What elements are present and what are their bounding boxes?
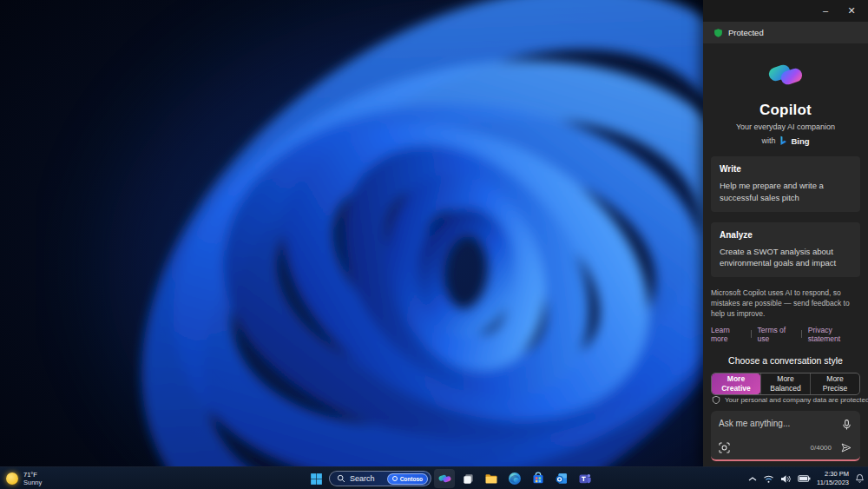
add-screenshot-icon[interactable] (719, 442, 730, 453)
style-more-precise-button[interactable]: More Precise (810, 373, 859, 395)
taskbar-center: Search Contoso (306, 467, 595, 489)
file-explorer-button[interactable] (481, 469, 502, 488)
tray-time: 2:30 PM (825, 470, 849, 479)
chat-composer[interactable]: 0/4000 (711, 411, 860, 461)
style-label-line1: More (777, 374, 793, 384)
privacy-statement-link[interactable]: Privacy statement (808, 326, 860, 343)
style-label-line2: Balanced (770, 384, 800, 393)
style-label-line1: More (826, 374, 843, 384)
microsoft-store-icon (531, 472, 545, 486)
taskbar-search-box[interactable]: Search Contoso (329, 471, 431, 486)
style-more-balanced-button[interactable]: More Balanced (760, 373, 810, 395)
file-explorer-icon (484, 472, 498, 486)
bing-icon (779, 135, 787, 146)
wifi-icon[interactable] (763, 474, 774, 484)
copilot-logo-icon (766, 56, 806, 94)
teams-button[interactable] (575, 469, 595, 488)
style-more-creative-button[interactable]: More Creative (712, 373, 760, 395)
battery-icon[interactable] (798, 474, 811, 483)
copilot-body: Copilot Your everyday AI companion with … (703, 43, 868, 466)
chat-input[interactable] (719, 419, 832, 428)
volume-icon[interactable] (780, 474, 792, 484)
taskbar: 71°F Sunny (0, 466, 868, 489)
legal-links-row: Learn more Terms of use Privacy statemen… (711, 326, 860, 343)
card-description: Create a SWOT analysis about environment… (720, 246, 852, 270)
weather-widget[interactable]: 71°F Sunny (6, 467, 42, 489)
search-company-badge[interactable]: Contoso (387, 473, 428, 485)
outlook-button[interactable] (551, 469, 572, 488)
weather-temperature: 71°F (23, 471, 42, 479)
search-placeholder: Search (350, 474, 383, 483)
copilot-panel: – ✕ Protected (703, 0, 868, 466)
card-description: Help me prepare and write a successful s… (720, 180, 852, 204)
composer-bottom-row: 0/4000 (719, 442, 852, 453)
character-count: 0/4000 (811, 444, 832, 452)
shield-protected-icon (713, 28, 723, 38)
weather-condition: Sunny (23, 479, 42, 486)
style-label-line2: Creative (721, 384, 751, 393)
task-view-icon (462, 472, 475, 486)
with-bing-row: with Bing (711, 135, 860, 146)
tray-date: 11/15/2023 (817, 479, 849, 487)
edge-button[interactable] (504, 469, 525, 488)
notifications-bell-icon[interactable] (855, 473, 865, 484)
desktop-screen: – ✕ Protected (0, 0, 868, 489)
data-protection-note: Your personal and company data are prote… (711, 395, 860, 405)
minimize-button[interactable]: – (814, 3, 837, 19)
link-divider (801, 330, 802, 338)
start-button[interactable] (306, 469, 326, 488)
ai-disclaimer-text: Microsoft Copilot uses AI to respond, so… (711, 288, 860, 320)
suggestion-card-write[interactable]: Write Help me prepare and write a succes… (711, 156, 860, 212)
bing-label: Bing (791, 136, 809, 146)
suggestion-card-analyze[interactable]: Analyze Create a SWOT analysis about env… (711, 222, 860, 278)
microphone-icon[interactable] (841, 419, 852, 431)
teams-icon (578, 472, 592, 486)
hidden-icons-chevron[interactable] (748, 476, 757, 482)
with-label: with (761, 136, 775, 145)
copilot-brand: Copilot Your everyday AI companion with … (711, 56, 860, 146)
company-badge-label: Contoso (400, 476, 423, 482)
windows-start-icon (310, 472, 323, 486)
system-tray: 2:30 PM 11/15/2023 (748, 467, 865, 489)
card-title: Analyze (720, 230, 852, 240)
close-button[interactable]: ✕ (840, 3, 863, 19)
clock-widget[interactable]: 2:30 PM 11/15/2023 (817, 470, 849, 487)
style-label-line2: Precise (823, 384, 847, 393)
edge-browser-icon (508, 472, 522, 486)
copilot-titlebar: – ✕ (703, 0, 868, 22)
sunny-weather-icon (6, 472, 18, 485)
learn-more-link[interactable]: Learn more (711, 326, 745, 343)
conversation-style-heading: Choose a conversation style (711, 355, 860, 366)
microsoft-store-button[interactable] (528, 469, 549, 488)
send-icon[interactable] (840, 442, 852, 453)
copilot-subtitle: Your everyday AI companion (711, 122, 860, 131)
task-view-button[interactable] (457, 469, 478, 488)
conversation-style-group: More Creative More Balanced More Precise (711, 373, 860, 396)
outlook-icon (555, 472, 569, 486)
protected-label: Protected (728, 28, 764, 37)
copilot-title: Copilot (711, 102, 860, 119)
terms-of-use-link[interactable]: Terms of use (758, 326, 795, 343)
link-divider (751, 330, 752, 338)
company-logo-icon (392, 476, 398, 481)
taskbar-copilot-button[interactable] (434, 469, 455, 488)
style-label-line1: More (727, 374, 745, 384)
data-protection-text: Your personal and company data are prote… (725, 396, 868, 404)
weather-text: 71°F Sunny (23, 471, 42, 487)
copilot-taskbar-icon (437, 472, 452, 486)
composer-top-row (719, 419, 852, 431)
shield-outline-icon (712, 395, 720, 405)
card-title: Write (720, 164, 852, 174)
protected-bar: Protected (703, 22, 868, 43)
search-icon (337, 474, 345, 483)
